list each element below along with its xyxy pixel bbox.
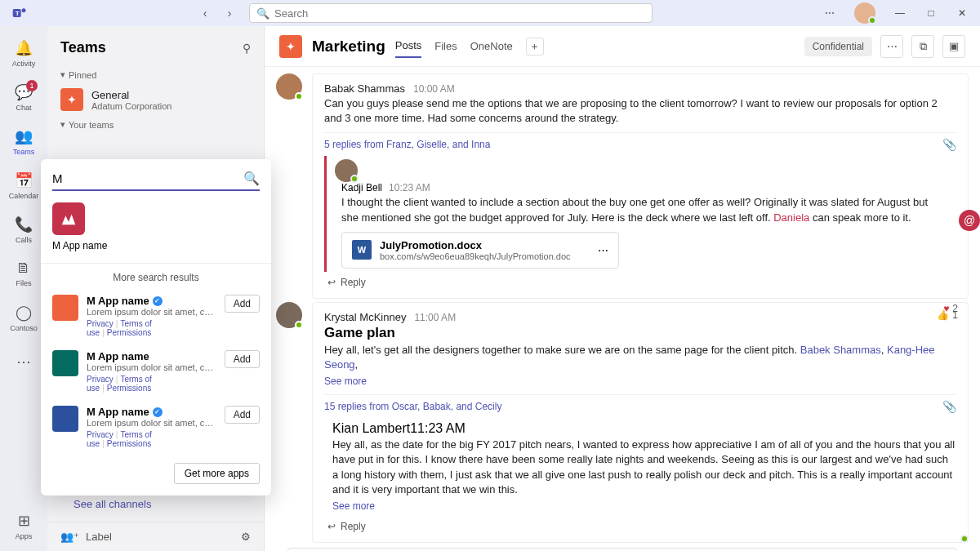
word-file-icon: W <box>352 240 372 260</box>
app-description: Lorem ipsum dolor sit amet, consec... <box>87 418 216 428</box>
app-description: Lorem ipsum dolor sit amet, consec... <box>87 362 216 372</box>
replies-summary-link[interactable]: 15 replies from Oscar, Babak, and Cecily <box>324 401 501 412</box>
rail-more[interactable]: ⋯ <box>5 343 42 380</box>
see-more-link[interactable]: See more <box>332 500 375 512</box>
global-search-input[interactable]: 🔍 <box>249 3 653 23</box>
teams-logo-icon: T <box>11 5 28 21</box>
window-close-button[interactable]: ✕ <box>951 2 973 24</box>
more-icon: ⋯ <box>16 353 31 371</box>
mention[interactable]: Daniela <box>773 211 809 224</box>
add-tab-button[interactable]: ＋ <box>526 38 544 56</box>
reply-author[interactable]: Kadji Bell <box>341 182 382 193</box>
rail-label: Files <box>16 279 31 287</box>
privacy-link[interactable]: Privacy <box>87 319 114 328</box>
rail-activity[interactable]: 🔔 Activity <box>5 34 42 72</box>
titlebar-more-button[interactable]: ⋯ <box>818 2 841 24</box>
privacy-link[interactable]: Privacy <box>87 375 114 384</box>
pinned-section-label[interactable]: ▾Pinned <box>47 66 264 83</box>
permissions-link[interactable]: Permissions <box>107 384 151 393</box>
app-search-input[interactable] <box>52 171 243 185</box>
app-result-row[interactable]: M App name Lorem ipsum dolor sit amet, c… <box>52 288 260 344</box>
apps-icon: ⊞ <box>18 512 30 530</box>
channel-title: Marketing <box>312 38 385 56</box>
current-user-avatar[interactable] <box>854 2 875 24</box>
rail-apps[interactable]: ⊞ Apps <box>5 507 42 544</box>
user-avatar[interactable] <box>335 159 358 182</box>
nav-back-button[interactable]: ‹ <box>195 3 215 23</box>
see-all-channels-link[interactable]: See all channels <box>47 491 264 522</box>
at-mention-indicator[interactable]: @ <box>959 210 980 231</box>
reply-author[interactable]: Kian Lambert <box>332 421 410 435</box>
post-author[interactable]: Krystal McKinney <box>324 311 406 323</box>
post-author[interactable]: Babak Shammas <box>324 82 405 95</box>
filter-button[interactable]: ⚲ <box>243 42 251 55</box>
permissions-link[interactable]: Permissions <box>107 328 151 337</box>
app-result-row[interactable]: M App name Lorem ipsum dolor sit amet, c… <box>52 344 260 399</box>
settings-gear-icon[interactable]: ⚙ <box>241 531 251 543</box>
reply-arrow-icon: ↩ <box>327 277 336 288</box>
confidential-badge[interactable]: Confidential <box>804 37 872 56</box>
permissions-link[interactable]: Permissions <box>107 439 151 448</box>
chat-icon: 💬1 <box>15 83 33 101</box>
app-icon <box>52 406 78 432</box>
window-maximize-button[interactable]: □ <box>920 2 942 24</box>
user-avatar[interactable] <box>276 302 302 328</box>
search-icon[interactable]: 🔍 <box>243 171 260 186</box>
user-avatar[interactable] <box>276 73 302 100</box>
get-more-apps-button[interactable]: Get more apps <box>174 463 260 484</box>
privacy-link[interactable]: Privacy <box>87 430 114 439</box>
pinned-title: General <box>91 89 172 101</box>
reply-arrow-icon: ↩ <box>327 521 336 532</box>
file-attachment[interactable]: W JulyPromotion.docx box.com/s/w9eo6eua8… <box>341 232 619 269</box>
your-teams-section-label[interactable]: ▾Your teams <box>47 116 264 133</box>
rail-contoso[interactable]: ◯ Contoso <box>5 299 42 336</box>
reply-timestamp: 11:23 AM <box>410 421 466 435</box>
post-body: Hey all, let's get all the designers tog… <box>324 343 956 372</box>
rail-calls[interactable]: 📞 Calls <box>5 211 42 248</box>
attachment-icon[interactable]: 📎 <box>942 400 956 413</box>
chat-badge: 1 <box>26 80 38 91</box>
nav-forward-button[interactable]: › <box>220 3 239 23</box>
rail-calendar[interactable]: 📅 Calendar <box>5 167 42 204</box>
pinned-channel-general[interactable]: ✦ General Adatum Corporation <box>47 83 264 116</box>
tab-onenote[interactable]: OneNote <box>470 35 513 57</box>
files-icon: 🗎 <box>16 260 31 277</box>
footer-label[interactable]: Label <box>86 531 112 543</box>
app-icon <box>52 202 85 235</box>
replies-summary-link[interactable]: 5 replies from Franz, Giselle, and Inna <box>324 139 490 150</box>
tab-posts[interactable]: Posts <box>395 34 422 58</box>
add-app-button[interactable]: Add <box>225 350 260 368</box>
rail-teams[interactable]: 👥 Teams <box>5 122 42 160</box>
reaction-summary[interactable]: ♥2 <box>943 303 958 314</box>
reply-button[interactable]: ↩Reply <box>327 521 956 532</box>
more-results-label: More search results <box>52 272 260 283</box>
app-result-row[interactable]: M App name Lorem ipsum dolor sit amet, c… <box>52 399 260 455</box>
app-search-popup: 🔍 M App name More search results M App n… <box>41 159 271 495</box>
post-item: Babak Shammas 10:00 AM Can you guys plea… <box>276 73 969 299</box>
global-search-field[interactable] <box>274 7 645 20</box>
see-more-link[interactable]: See more <box>324 375 367 387</box>
chevron-down-icon: ▾ <box>60 69 65 80</box>
file-more-button[interactable]: ⋯ <box>598 244 608 256</box>
attachment-icon[interactable]: 📎 <box>942 138 956 151</box>
add-app-button[interactable]: Add <box>225 406 260 424</box>
add-app-button[interactable]: Add <box>225 295 260 313</box>
meet-now-button[interactable]: ⧉ <box>911 35 934 58</box>
rail-label: Calendar <box>9 192 39 200</box>
rail-label: Calls <box>16 236 32 244</box>
header-more-button[interactable]: ⋯ <box>880 35 903 58</box>
rail-chat[interactable]: 💬1 Chat <box>5 78 42 116</box>
message-list[interactable]: @ Babak Shammas 10:00 AM Can you guys pl… <box>265 67 980 551</box>
open-pane-button[interactable]: ▣ <box>942 35 965 58</box>
tab-files[interactable]: Files <box>434 35 457 57</box>
mention[interactable]: Babek Shammas <box>800 344 881 356</box>
rail-files[interactable]: 🗎 Files <box>5 255 42 292</box>
app-name: M App name <box>87 350 149 362</box>
svg-text:T: T <box>16 10 20 17</box>
reply-button[interactable]: ↩Reply <box>327 277 956 288</box>
app-top-result[interactable]: M App name <box>52 191 260 263</box>
teams-pane-title: Teams <box>60 39 106 56</box>
app-description: Lorem ipsum dolor sit amet, consec... <box>87 307 216 317</box>
message-composer[interactable] <box>287 548 957 551</box>
window-minimize-button[interactable]: — <box>889 2 911 24</box>
